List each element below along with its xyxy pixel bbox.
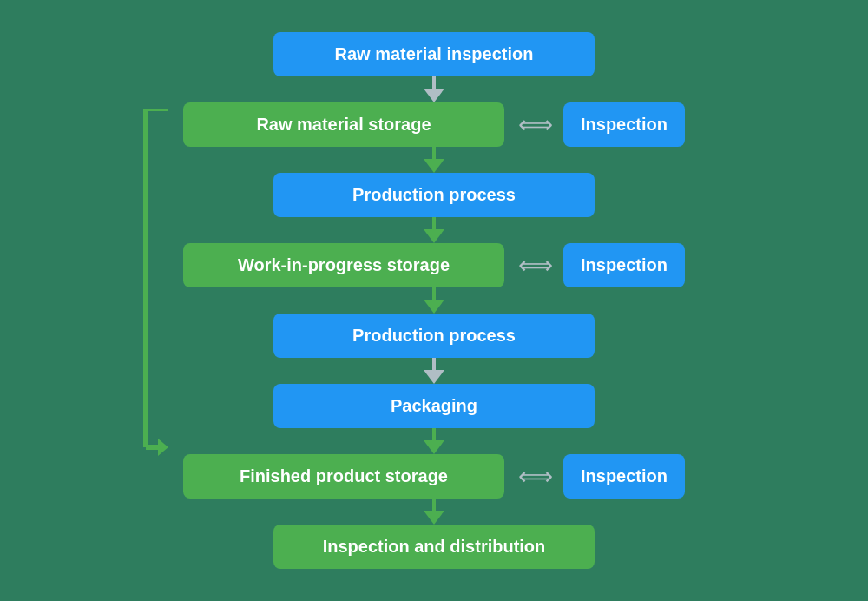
- finished-product-storage-box: Finished product storage: [183, 454, 504, 499]
- double-arrow-3: ⟺: [518, 462, 553, 491]
- row-production-process-1: Production process: [183, 173, 685, 217]
- svg-marker-3: [158, 439, 168, 456]
- inspection-box-1: Inspection: [563, 102, 685, 147]
- arrow-6: [424, 428, 444, 454]
- row-production-process-2: Production process: [183, 314, 685, 358]
- row-raw-material-storage: Raw material storage ⟺ Inspection: [183, 102, 685, 147]
- arrow-1: [424, 76, 444, 102]
- arrow-2: [424, 147, 444, 173]
- raw-material-storage-box: Raw material storage: [183, 102, 504, 147]
- double-arrow-2: ⟺: [518, 251, 553, 280]
- inspection-box-2: Inspection: [563, 243, 685, 287]
- wip-storage-box: Work-in-progress storage: [183, 243, 504, 287]
- arrow-3: [424, 217, 444, 243]
- production-process-1-box: Production process: [273, 173, 595, 217]
- arrow-5: [424, 358, 444, 384]
- raw-material-inspection-box: Raw material inspection: [273, 32, 595, 76]
- double-arrow-1: ⟺: [518, 110, 553, 139]
- row-inspection-distribution: Inspection and distribution: [183, 525, 685, 569]
- arrow-7: [424, 499, 444, 525]
- inspection-distribution-box: Inspection and distribution: [273, 525, 595, 569]
- row-raw-material-inspection: Raw material inspection: [183, 32, 685, 76]
- packaging-box: Packaging: [273, 384, 595, 428]
- flow-column: Raw material inspection Raw material sto…: [183, 32, 685, 569]
- inspection-box-3: Inspection: [563, 454, 685, 499]
- arrow-4: [424, 287, 444, 314]
- row-packaging: Packaging: [183, 384, 685, 428]
- diagram: Raw material inspection Raw material sto…: [61, 32, 807, 569]
- bracket-arrow: [120, 109, 168, 473]
- row-wip-storage: Work-in-progress storage ⟺ Inspection: [183, 243, 685, 287]
- production-process-2-box: Production process: [273, 314, 595, 358]
- row-finished-storage: Finished product storage ⟺ Inspection: [183, 454, 685, 499]
